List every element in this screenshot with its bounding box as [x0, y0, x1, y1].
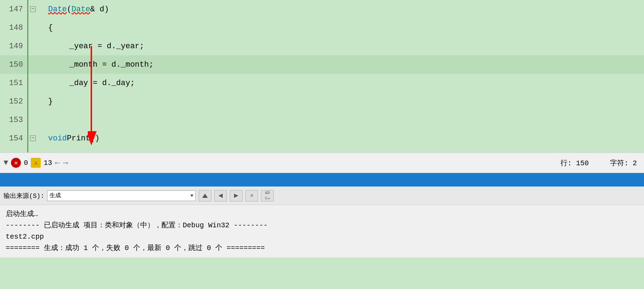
token-print: Print() [67, 134, 99, 143]
warning-count: 13 [44, 159, 52, 167]
output-line-3: ======== 生成：成功 1 个，失败 0 个，最新 0 个，跳过 0 个 … [6, 243, 638, 254]
svg-marker-4 [234, 194, 238, 198]
line-number-151: 151 [0, 74, 28, 92]
code-line-149: 149 _year = d._year; [0, 37, 644, 55]
line-code-154: void Print() [38, 129, 644, 148]
output-source-label: 输出来源(S): [4, 191, 44, 200]
line-code-148: { [38, 18, 644, 37]
line-code-155: { [38, 148, 644, 152]
error-icon: ✕ [11, 158, 21, 168]
line-code-153 [38, 111, 644, 129]
code-editor-wrapper: 147 − Date(Date& d) 148 { 149 [0, 0, 644, 152]
token-void: void [48, 134, 67, 143]
token-paren1: ( [67, 5, 72, 14]
token-month: _month = d._month; [69, 60, 154, 69]
warning-icon: ⚠ [31, 158, 41, 168]
code-line-147: 147 − Date(Date& d) [0, 0, 644, 18]
nav-next-button[interactable]: → [63, 158, 68, 168]
code-line-148: 148 { [0, 18, 644, 37]
token-rest1: & d) [90, 5, 109, 14]
collapse-155 [28, 148, 38, 152]
token-date2: Date [72, 5, 90, 14]
output-scroll-left-button[interactable] [214, 190, 227, 201]
token-brace-open-148: { [48, 23, 53, 32]
code-line-153: 153 [0, 111, 644, 129]
line-code-149: _year = d._year; [38, 37, 644, 55]
line-code-147: Date(Date& d) [38, 0, 644, 18]
cursor-position: 行: 150 字符: 2 [560, 158, 637, 168]
line-code-150: _month = d._month; [38, 55, 644, 74]
code-line-154: 154 − void Print() [0, 129, 644, 148]
output-source-value: 生成 [50, 192, 190, 199]
collapse-148 [28, 18, 38, 37]
selected-tab-bar [0, 173, 644, 187]
status-bar: ▼ ✕ 0 ⚠ 13 ← → 行: 150 字符: 2 [0, 152, 644, 173]
code-line-152: 152 } [0, 92, 644, 111]
svg-marker-2 [202, 194, 208, 198]
collapse-151 [28, 74, 38, 92]
col-value: 2 [633, 159, 637, 167]
output-line-1: -------- 已启动生成 项目：类和对象（中），配置：Debug Win32… [6, 220, 638, 231]
line-number-152: 152 [0, 92, 28, 111]
col-label: 字符: [610, 159, 628, 167]
collapse-152 [28, 92, 38, 111]
line-number-153: 153 [0, 111, 28, 129]
clear-icon: ≡ [250, 193, 253, 199]
output-wrap-button[interactable]: abc↵ [261, 190, 274, 201]
line-code-152: } [38, 92, 644, 111]
error-count: 0 [24, 159, 28, 167]
row-value: 150 [576, 159, 589, 167]
token-day: _day = d._day; [69, 79, 135, 88]
output-line-2: test2.cpp [6, 231, 638, 243]
collapse-153 [28, 111, 38, 129]
collapse-154[interactable]: − [28, 129, 38, 148]
code-line-150: 150 _month = d._month; [0, 55, 644, 74]
code-line-155: 155 { [0, 148, 644, 152]
token-brace-close-152: } [48, 97, 53, 106]
output-line-0: 启动生成… [6, 209, 638, 220]
svg-marker-3 [218, 194, 223, 198]
collapse-149 [28, 37, 38, 55]
token-year: _year = d._year; [69, 42, 144, 51]
scroll-right-icon [233, 192, 240, 199]
scroll-left-icon [217, 192, 224, 199]
collapse-150 [28, 55, 38, 74]
collapse-icon-154[interactable]: − [30, 135, 36, 141]
code-line-151: 151 _day = d._day; [0, 74, 644, 92]
line-number-148: 148 [0, 18, 28, 37]
row-label: 行: [560, 159, 572, 167]
line-number-150: 150 [0, 55, 28, 74]
output-panel: 输出来源(S): 生成 ▼ ≡ abc↵ 启动生成… [0, 187, 644, 257]
status-dropdown[interactable]: ▼ [4, 159, 8, 167]
output-scroll-up-button[interactable] [199, 190, 211, 201]
collapse-147[interactable]: − [28, 0, 38, 18]
line-number-149: 149 [0, 37, 28, 55]
output-scroll-right-button[interactable] [230, 190, 243, 201]
nav-prev-button[interactable]: ← [55, 158, 60, 168]
token-date1: Date [48, 5, 67, 14]
line-number-155: 155 [0, 148, 28, 152]
output-content: 启动生成… -------- 已启动生成 项目：类和对象（中），配置：Debug… [0, 205, 644, 257]
line-code-151: _day = d._day; [38, 74, 644, 92]
collapse-icon-147[interactable]: − [30, 6, 36, 12]
dropdown-arrow-icon[interactable]: ▼ [4, 159, 8, 167]
code-editor: 147 − Date(Date& d) 148 { 149 [0, 0, 644, 152]
scroll-up-icon [201, 192, 209, 199]
wrap-icon: abc↵ [265, 190, 270, 201]
line-number-147: 147 [0, 0, 28, 18]
output-clear-button[interactable]: ≡ [245, 190, 258, 201]
output-toolbar: 输出来源(S): 生成 ▼ ≡ abc↵ [0, 187, 644, 205]
line-number-154: 154 [0, 129, 28, 148]
output-source-dropdown-icon[interactable]: ▼ [190, 193, 193, 199]
output-source-select[interactable]: 生成 ▼ [47, 190, 196, 201]
